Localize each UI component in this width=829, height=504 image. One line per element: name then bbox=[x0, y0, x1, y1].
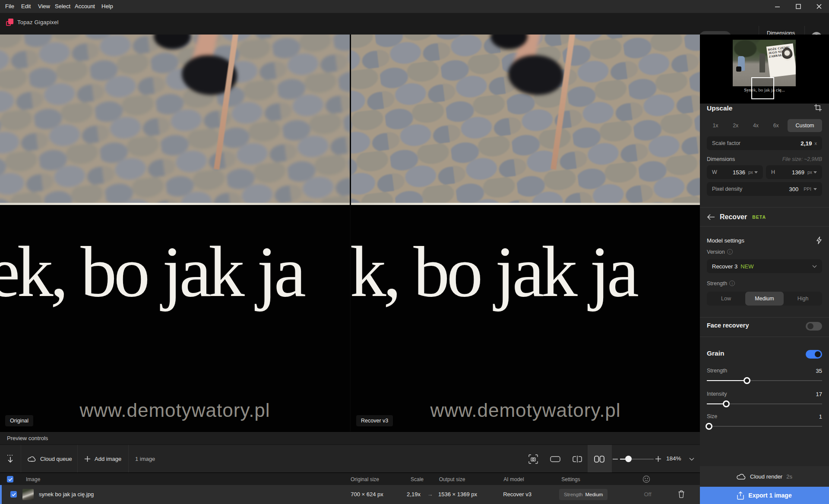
back-arrow-icon[interactable] bbox=[707, 214, 715, 220]
add-image-button[interactable]: Add image bbox=[84, 445, 121, 473]
chevron-down-icon bbox=[813, 188, 817, 190]
info-icon[interactable]: i bbox=[727, 249, 733, 255]
grain-size-value: 1 bbox=[819, 413, 822, 420]
grain-strength-slider[interactable] bbox=[707, 377, 822, 384]
scale-6x-button[interactable]: 6x bbox=[767, 123, 785, 129]
single-view-button[interactable] bbox=[550, 445, 560, 473]
row-checkbox[interactable] bbox=[10, 491, 17, 498]
crop-button[interactable] bbox=[707, 104, 822, 113]
chevron-down-icon bbox=[813, 171, 817, 173]
strength-high-button[interactable]: High bbox=[784, 292, 822, 306]
smiley-icon[interactable] bbox=[643, 476, 650, 484]
row-output-size: 1536 × 1369 px bbox=[438, 491, 477, 498]
chevron-down-icon bbox=[754, 171, 758, 173]
close-icon[interactable] bbox=[812, 0, 826, 13]
new-badge: NEW bbox=[740, 263, 753, 270]
zoom-out-button[interactable] bbox=[613, 445, 618, 473]
col-ai-model: AI model bbox=[503, 476, 524, 482]
bottom-toolbar: Cloud queue Add image 1 image 184% bbox=[0, 444, 700, 472]
preview-controls-label: Preview controls bbox=[7, 435, 48, 441]
pane-divider[interactable] bbox=[350, 35, 351, 432]
menu-bar: File Edit View Select Account Help bbox=[0, 0, 829, 13]
grain-intensity-value: 17 bbox=[816, 391, 822, 397]
plus-icon bbox=[84, 456, 91, 462]
navigator-view-rectangle[interactable] bbox=[751, 77, 774, 99]
scale-custom-button[interactable]: Custom bbox=[788, 119, 822, 132]
maximize-icon[interactable] bbox=[791, 0, 806, 13]
face-recovery-label: Face recovery bbox=[707, 322, 822, 329]
menu-edit[interactable]: Edit bbox=[19, 0, 32, 13]
trash-icon bbox=[678, 490, 685, 498]
height-input[interactable]: H 1369 px bbox=[766, 165, 822, 179]
grain-toggle[interactable] bbox=[806, 350, 822, 359]
zoom-level-value[interactable]: 184% bbox=[666, 455, 681, 462]
import-icon bbox=[6, 454, 15, 464]
col-settings: Settings bbox=[561, 476, 580, 482]
strength-low-button[interactable]: Low bbox=[707, 292, 745, 306]
select-all-checkbox[interactable] bbox=[7, 476, 13, 482]
side-by-side-view-button[interactable] bbox=[594, 445, 604, 473]
delete-image-button[interactable] bbox=[678, 490, 685, 499]
menu-select[interactable]: Select bbox=[53, 0, 72, 13]
minimize-icon[interactable] bbox=[770, 0, 785, 13]
photo-watermark: www.demotywatory.pl bbox=[351, 400, 700, 421]
recover-title: Recover bbox=[720, 213, 747, 221]
pixel-density-input[interactable]: Pixel density 300 PPI bbox=[707, 182, 822, 196]
col-original-size: Original size bbox=[351, 476, 379, 482]
divider bbox=[700, 207, 829, 208]
cloud-queue-icon bbox=[28, 456, 36, 463]
row-original-size: 700 × 624 px bbox=[351, 491, 383, 498]
app-bar: Topaz Gigapixel Help v1.1.0 Dimensions 1… bbox=[0, 13, 829, 35]
lightning-icon[interactable] bbox=[816, 236, 822, 244]
grain-intensity-label: Intensity bbox=[707, 391, 822, 397]
row-settings-chip[interactable]: StrengthMedium bbox=[559, 489, 608, 500]
chevron-down-icon bbox=[812, 265, 817, 268]
topaz-logo-icon bbox=[6, 19, 13, 26]
menu-help[interactable]: Help bbox=[100, 0, 115, 13]
zoom-dropdown-button[interactable] bbox=[689, 445, 694, 473]
thumb-person bbox=[759, 54, 765, 72]
preview-controls-strip[interactable]: Preview controls bbox=[0, 432, 700, 444]
info-icon[interactable]: i bbox=[729, 280, 735, 286]
slider-knob[interactable] bbox=[706, 423, 712, 430]
scale-2x-button[interactable]: 2x bbox=[727, 123, 744, 129]
divider bbox=[700, 317, 829, 318]
strength-medium-button[interactable]: Medium bbox=[745, 292, 784, 306]
menu-file[interactable]: File bbox=[3, 0, 16, 13]
face-recovery-toggle[interactable] bbox=[806, 322, 822, 331]
dimensions-row: Dimensions File size: ~2,9MB bbox=[707, 156, 822, 162]
image-table-row[interactable]: synek bo jak ja cię.jpg 700 × 624 px 2,1… bbox=[0, 485, 700, 504]
zoom-slider-knob[interactable] bbox=[625, 456, 632, 462]
menu-account[interactable]: Account bbox=[73, 0, 97, 13]
grain-size-label: Size bbox=[707, 413, 822, 419]
width-input[interactable]: W 1536 px bbox=[707, 165, 763, 179]
cloud-queue-button[interactable]: Cloud queue bbox=[28, 445, 72, 473]
zoom-in-button[interactable] bbox=[655, 445, 661, 473]
split-view-button[interactable] bbox=[573, 445, 582, 473]
row-ai-model: Recover v3 bbox=[503, 491, 532, 498]
processed-preview-pane[interactable]: ek, bo jak ja www.demotywatory.pl Recove… bbox=[351, 35, 700, 432]
cloud-render-row[interactable]: Cloud render 2s bbox=[700, 466, 829, 487]
grain-size-slider[interactable] bbox=[707, 423, 822, 430]
col-image: Image bbox=[26, 476, 40, 482]
model-version-dropdown[interactable]: Recover 3 NEW bbox=[707, 259, 822, 273]
scale-4x-button[interactable]: 4x bbox=[747, 123, 765, 129]
slider-knob[interactable] bbox=[723, 400, 730, 407]
thumb-banner: BOŻE CZEMU JEGO NIE ZABRAŁEŚ? bbox=[766, 43, 796, 77]
grain-strength-value: 35 bbox=[816, 368, 822, 374]
plus-icon bbox=[655, 456, 661, 462]
export-button[interactable]: Export 1 image bbox=[700, 487, 829, 504]
slider-knob[interactable] bbox=[744, 377, 750, 384]
grain-intensity-slider[interactable] bbox=[707, 400, 822, 407]
file-size-estimate: File size: ~2,9MB bbox=[782, 156, 822, 162]
row-filename: synek bo jak ja cię.jpg bbox=[39, 491, 94, 498]
import-button[interactable] bbox=[6, 445, 15, 473]
scale-1x-button[interactable]: 1x bbox=[707, 123, 724, 129]
menu-view[interactable]: View bbox=[36, 0, 52, 13]
single-view-icon bbox=[550, 456, 560, 462]
col-scale: Scale bbox=[411, 476, 424, 482]
snapshot-button[interactable] bbox=[528, 445, 538, 473]
scale-factor-input[interactable]: Scale factor 2,19 x bbox=[707, 136, 822, 150]
original-preview-pane[interactable]: ek, bo jak ja www.demotywatory.pl Origin… bbox=[0, 35, 350, 432]
image-table-header: Image Original size Scale Output size AI… bbox=[0, 472, 700, 485]
